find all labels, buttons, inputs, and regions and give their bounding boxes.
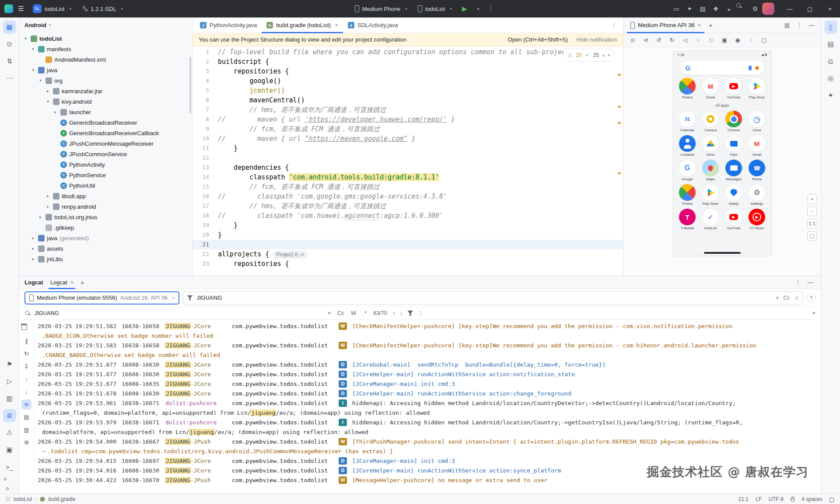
app-maps[interactable]: Maps xyxy=(700,160,721,181)
tree-item[interactable]: AndroidManifest.xml xyxy=(19,54,192,65)
log-row-continuation[interactable]: .CHANGE_BADGE,Otherwise set badge number… xyxy=(38,350,821,360)
previous-match-icon[interactable]: ↑ xyxy=(392,310,395,316)
code-line[interactable]: 4 google() xyxy=(192,76,623,86)
app-gmail[interactable]: Gmail xyxy=(700,78,721,99)
app-files[interactable]: Files xyxy=(723,135,745,157)
app-calendar[interactable]: Calendar xyxy=(676,111,698,132)
screenshot-tool-icon[interactable]: ▣ xyxy=(3,443,16,456)
code-line[interactable]: 15 // fcm, 若不集成 FCM 通道，可直接跳过 xyxy=(192,182,623,192)
code-line[interactable]: 20} xyxy=(192,230,623,240)
breadcrumb-file[interactable]: build.gradle xyxy=(48,496,75,502)
logcat-tool-icon[interactable]: ≣ xyxy=(3,409,16,422)
tool-windows-icon[interactable]: ▤ xyxy=(696,3,709,15)
maximize-button[interactable]: ▢ xyxy=(800,0,820,18)
app-tmobile[interactable]: T-Mobile xyxy=(676,209,698,230)
pause-logcat-icon[interactable]: ∥ xyxy=(21,336,32,346)
close-logcat-tab-icon[interactable]: × xyxy=(70,280,74,286)
split-editor-icon[interactable]: ▥ xyxy=(781,20,793,31)
logcat-settings-icon[interactable]: ⚙ xyxy=(21,438,32,448)
app-clock[interactable]: Clock xyxy=(746,111,768,132)
tree-item[interactable]: ▸assets xyxy=(19,243,192,254)
prev-problem-icon[interactable]: ▴ xyxy=(602,50,605,60)
code-line[interactable]: 17 // hms, 若不集成华为厂商通道，可直接跳过 xyxy=(192,201,623,211)
wifi-icon[interactable]: ◢ xyxy=(761,53,763,56)
tree-item[interactable]: CPythonUtil xyxy=(19,180,192,191)
code-line[interactable]: 22allprojects { Project it -> xyxy=(192,249,623,259)
device-manager-tool-icon[interactable]: ▤ xyxy=(824,38,837,51)
tree-chevron-icon[interactable]: ▾ xyxy=(30,68,36,72)
code-line[interactable]: 9 // fcm, 若不集成 FCM 通道，可直接跳过 xyxy=(192,124,623,134)
project-scrollbar[interactable] xyxy=(189,57,191,114)
log-row[interactable]: 2026-03-25 19:29:54.01616608-16630JIGUAN… xyxy=(38,466,821,475)
file-encoding[interactable]: UTF-8 xyxy=(769,496,784,502)
settings-icon[interactable]: ⚙ xyxy=(749,3,761,15)
favorite-filter-icon[interactable]: ☆ xyxy=(794,295,799,301)
tree-item[interactable]: ▸todoList.org.jnius xyxy=(19,212,192,222)
minimize-button[interactable]: — xyxy=(780,0,800,18)
clear-search-icon[interactable]: × xyxy=(328,310,331,316)
log-row[interactable]: 2026-03-25 19:29:53.97916638-16671dolist… xyxy=(38,417,821,427)
more-options-icon[interactable]: ⋮ xyxy=(794,20,805,31)
tree-item[interactable]: CGenericBroadcastReceiver xyxy=(19,117,192,128)
running-devices-tool-icon[interactable]: ▯ xyxy=(824,21,837,34)
logcat-more-icon[interactable]: ⋮ xyxy=(793,277,803,288)
log-row-continuation[interactable]: domain=platform, api=unsupported) from L… xyxy=(38,427,821,437)
branch-selector[interactable]: 1.2.1-SDL xyxy=(78,2,127,15)
split-panel-icon[interactable]: ▥ xyxy=(21,425,32,435)
volume-icon[interactable]: ⊲ xyxy=(640,35,651,46)
tree-chevron-icon[interactable]: ▸ xyxy=(30,236,36,240)
code-line[interactable]: 6 mavenCentral() xyxy=(192,95,623,105)
app-messages[interactable]: Messages xyxy=(723,160,745,181)
lock-icon[interactable] xyxy=(791,498,794,501)
indent-setting[interactable]: 4 spaces xyxy=(802,496,822,502)
tree-chevron-icon[interactable]: ▾ xyxy=(38,78,43,83)
code-line[interactable]: 7 // hms, 若不集成华为厂商通道，可直接跳过 xyxy=(192,105,623,115)
zoom-reset-button[interactable]: 1:1 xyxy=(807,219,817,228)
power-icon[interactable]: ⊙ xyxy=(627,35,638,46)
tree-item[interactable]: .gitkeep xyxy=(19,222,192,233)
mic-icon[interactable] xyxy=(749,66,752,70)
logcat-device-selector[interactable]: Medium Phone (emulator-5556) Android 16,… xyxy=(24,291,179,304)
code-line[interactable]: 1// Top-level build file where you can a… xyxy=(192,47,623,57)
log-row[interactable]: 2026-03-25 19:29:54.00016638-16667JIGUAN… xyxy=(38,437,821,446)
log-row[interactable]: 2026-03-25 19:29:51.58216638-16658JIGUAN… xyxy=(38,321,821,331)
chat-icon[interactable]: ◒ xyxy=(723,3,735,15)
run-tool-icon[interactable]: ▷ xyxy=(3,375,16,388)
assistant-tool-icon[interactable]: ✦ xyxy=(824,89,837,102)
banner-hide-link[interactable]: Hide notification xyxy=(577,36,617,43)
plugins-icon[interactable]: ❖ xyxy=(710,3,722,15)
caret-position[interactable]: 21:1 xyxy=(738,496,749,502)
gesture-bar[interactable] xyxy=(704,252,741,254)
tree-item[interactable]: ▸java (generated) xyxy=(19,233,192,243)
log-row[interactable]: 2026-03-25 19:29:54.01516608-16697JIGUAN… xyxy=(38,456,821,466)
app-safety[interactable]: Safety xyxy=(723,184,745,206)
device-more-icon[interactable]: ⋮ xyxy=(745,35,756,46)
tree-item[interactable]: CPythonService xyxy=(19,170,192,180)
project-tool-icon[interactable]: ▦ xyxy=(3,21,16,34)
user-avatar[interactable] xyxy=(762,3,774,15)
log-row-continuation[interactable]: .BADGE_ICON,Otherwise set badge number w… xyxy=(38,331,821,340)
tree-item[interactable]: ▾todoList xyxy=(19,33,192,44)
zoom-fit-button[interactable]: ▢ xyxy=(807,231,817,241)
lens-icon[interactable] xyxy=(755,66,759,70)
tree-chevron-icon[interactable]: ▾ xyxy=(45,99,51,104)
app-contacts[interactable]: Contacts xyxy=(676,135,698,157)
recents-icon[interactable]: □ xyxy=(706,35,717,46)
code-line[interactable]: 8// maven { url 'https://developer.huawe… xyxy=(192,115,623,124)
pull-requests-tool-icon[interactable]: ⇅ xyxy=(3,55,16,68)
toggle-Cc[interactable]: Cc xyxy=(336,310,345,317)
project-view-selector[interactable]: Android xyxy=(19,18,192,32)
tree-item[interactable]: ▾manifests xyxy=(19,44,192,54)
screenshot-icon[interactable]: ▣ xyxy=(719,35,730,46)
soft-wrap-icon[interactable]: ≋ xyxy=(21,399,32,410)
new-logcat-tab-icon[interactable]: + xyxy=(80,279,84,286)
match-case-filter-icon[interactable]: Cc xyxy=(784,295,790,301)
app-youtube[interactable]: YouTube xyxy=(723,209,745,230)
log-row[interactable]: 2026-03-25 19:30:44.42216638-16670JIGUAN… xyxy=(38,475,821,485)
tree-chevron-icon[interactable]: ▸ xyxy=(30,246,36,251)
hide-logcat-icon[interactable]: — xyxy=(805,277,816,288)
code-line[interactable]: 16// classpath 'com.google.gms:google-se… xyxy=(192,192,623,201)
logcat-tab[interactable]: Logcat × xyxy=(50,276,74,289)
editor-tab[interactable]: JPythonActivity.java xyxy=(195,18,262,33)
fullscreen-icon[interactable]: ▢ xyxy=(758,35,770,46)
